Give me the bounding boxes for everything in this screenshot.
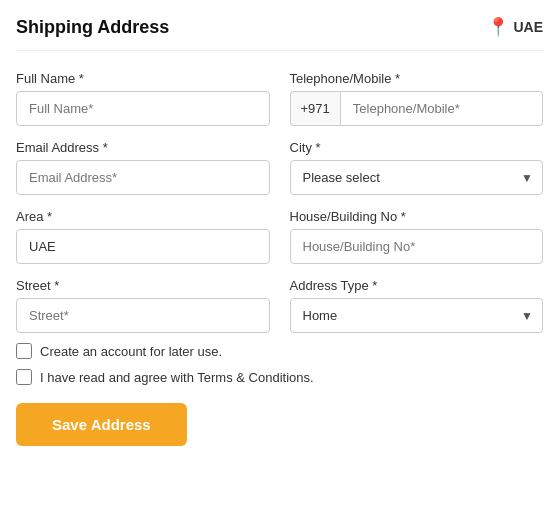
address-type-group: Address Type * Home Work Other ▼ (290, 278, 544, 333)
location-indicator: 📍 UAE (487, 16, 543, 38)
full-name-label: Full Name * (16, 71, 270, 86)
area-input[interactable] (16, 229, 270, 264)
create-account-checkbox[interactable] (16, 343, 32, 359)
email-input[interactable] (16, 160, 270, 195)
street-input[interactable] (16, 298, 270, 333)
street-label: Street * (16, 278, 270, 293)
terms-row[interactable]: I have read and agree with Terms & Condi… (16, 369, 543, 385)
city-select-wrapper: Please select Dubai Abu Dhabi Sharjah ▼ (290, 160, 544, 195)
page-title: Shipping Address (16, 17, 169, 38)
terms-checkbox[interactable] (16, 369, 32, 385)
address-type-select[interactable]: Home Work Other (290, 298, 544, 333)
save-address-button[interactable]: Save Address (16, 403, 187, 446)
house-group: House/Building No * (290, 209, 544, 264)
email-group: Email Address * (16, 140, 270, 195)
location-label: UAE (513, 19, 543, 35)
full-name-input[interactable] (16, 91, 270, 126)
telephone-group: Telephone/Mobile * +971 (290, 71, 544, 126)
checkboxes-section: Create an account for later use. I have … (16, 343, 543, 385)
telephone-label: Telephone/Mobile * (290, 71, 544, 86)
phone-input-group: +971 (290, 91, 544, 126)
city-group: City * Please select Dubai Abu Dhabi Sha… (290, 140, 544, 195)
page-header: Shipping Address 📍 UAE (16, 16, 543, 51)
city-label: City * (290, 140, 544, 155)
house-input[interactable] (290, 229, 544, 264)
terms-label: I have read and agree with Terms & Condi… (40, 370, 314, 385)
location-icon: 📍 (487, 16, 509, 38)
house-label: House/Building No * (290, 209, 544, 224)
area-label: Area * (16, 209, 270, 224)
phone-prefix: +971 (290, 91, 340, 126)
area-group: Area * (16, 209, 270, 264)
address-type-select-wrapper: Home Work Other ▼ (290, 298, 544, 333)
telephone-input[interactable] (340, 91, 543, 126)
full-name-group: Full Name * (16, 71, 270, 126)
email-label: Email Address * (16, 140, 270, 155)
address-form: Full Name * Telephone/Mobile * +971 Emai… (16, 71, 543, 333)
create-account-row[interactable]: Create an account for later use. (16, 343, 543, 359)
street-group: Street * (16, 278, 270, 333)
create-account-label: Create an account for later use. (40, 344, 222, 359)
address-type-label: Address Type * (290, 278, 544, 293)
city-select[interactable]: Please select Dubai Abu Dhabi Sharjah (290, 160, 544, 195)
